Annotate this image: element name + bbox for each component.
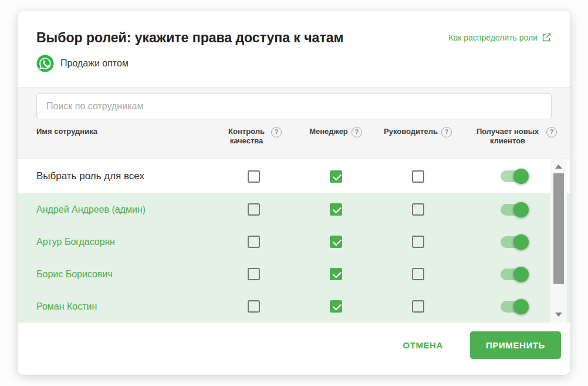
- toggle-knob: [513, 202, 529, 217]
- quality-control-checkbox[interactable]: [248, 236, 260, 248]
- filter-section: Имя сотрудника Контроль качества ? Менед…: [18, 87, 570, 160]
- question-circle-icon[interactable]: ?: [546, 127, 557, 137]
- apply-button[interactable]: ПРИМЕНИТЬ: [470, 331, 561, 359]
- new-clients-toggle[interactable]: [501, 299, 529, 314]
- quality-control-checkbox[interactable]: [248, 203, 260, 216]
- table-body: Выбрать роль для всех Андрей Андреев (ад…: [18, 159, 570, 323]
- column-header-manager: Менеджер ?: [295, 127, 377, 146]
- column-header-supervisor: Руководитель ?: [377, 127, 459, 146]
- column-header-new-clients: Получает новых клиентов ?: [459, 127, 570, 146]
- scrollbar-down-arrow[interactable]: [550, 310, 567, 319]
- quality-control-checkbox[interactable]: [248, 300, 260, 313]
- role-selection-dialog: Выбор ролей: укажите права доступа к чат…: [18, 11, 570, 375]
- external-link-icon: [542, 32, 552, 42]
- manager-checkbox[interactable]: [330, 236, 342, 248]
- help-link[interactable]: Как распределить роли: [448, 32, 552, 42]
- new-clients-toggle[interactable]: [501, 169, 529, 184]
- supervisor-checkbox[interactable]: [412, 236, 424, 248]
- supervisor-checkbox[interactable]: [412, 170, 424, 183]
- dialog-header: Выбор ролей: укажите права доступа к чат…: [18, 11, 570, 87]
- employee-name: Роман Костин: [36, 301, 97, 311]
- channel-name: Продажи оптом: [60, 58, 129, 69]
- column-header-quality-control: Контроль качества ?: [212, 127, 295, 146]
- supervisor-checkbox[interactable]: [412, 268, 424, 280]
- new-clients-toggle[interactable]: [501, 234, 529, 250]
- table-header: Имя сотрудника Контроль качества ? Менед…: [18, 127, 570, 146]
- supervisor-checkbox[interactable]: [412, 300, 424, 313]
- employee-row: Андрей Андреев (админ): [18, 193, 570, 226]
- toggle-knob: [513, 299, 529, 314]
- supervisor-checkbox[interactable]: [412, 203, 424, 216]
- employee-name: Борис Борисович: [36, 269, 113, 279]
- dialog-title: Выбор ролей: укажите права доступа к чат…: [36, 29, 343, 46]
- manager-checkbox[interactable]: [330, 170, 342, 183]
- scrollbar[interactable]: [550, 159, 567, 323]
- column-header-employee-name: Имя сотрудника: [18, 127, 212, 146]
- toggle-knob: [513, 234, 529, 250]
- quality-control-checkbox[interactable]: [248, 268, 260, 280]
- question-circle-icon[interactable]: ?: [441, 127, 452, 137]
- toggle-knob: [513, 267, 529, 282]
- select-all-label: Выбрать роль для всех: [36, 170, 144, 182]
- new-clients-toggle[interactable]: [501, 267, 529, 282]
- help-link-label: Как распределить роли: [448, 33, 538, 42]
- manager-checkbox[interactable]: [330, 268, 342, 280]
- employee-row: Роман Костин: [18, 290, 570, 323]
- manager-checkbox[interactable]: [330, 203, 342, 216]
- employee-name: Андрей Андреев (админ): [36, 204, 146, 214]
- select-all-row: Выбрать роль для всех: [18, 159, 570, 193]
- whatsapp-icon: [36, 55, 54, 72]
- scrollbar-thumb[interactable]: [553, 173, 564, 284]
- scrollbar-up-arrow[interactable]: [550, 162, 567, 171]
- employee-row: Артур Богдасорян: [18, 226, 570, 258]
- new-clients-toggle[interactable]: [501, 202, 529, 217]
- question-circle-icon[interactable]: ?: [271, 127, 282, 137]
- channel: Продажи оптом: [36, 55, 552, 72]
- manager-checkbox[interactable]: [330, 300, 342, 313]
- dialog-footer: ОТМЕНА ПРИМЕНИТЬ: [18, 323, 570, 375]
- cancel-button[interactable]: ОТМЕНА: [394, 334, 451, 356]
- quality-control-checkbox[interactable]: [248, 170, 260, 183]
- employee-rows: Андрей Андреев (админ) Артур Богдасорян: [18, 193, 570, 323]
- question-circle-icon[interactable]: ?: [352, 127, 362, 137]
- page-background: Выбор ролей: укажите права доступа к чат…: [0, 0, 588, 386]
- employee-name: Артур Богдасорян: [36, 237, 115, 247]
- employee-row: Борис Борисович: [18, 258, 570, 290]
- toggle-knob: [513, 169, 529, 184]
- search-input[interactable]: [36, 93, 552, 119]
